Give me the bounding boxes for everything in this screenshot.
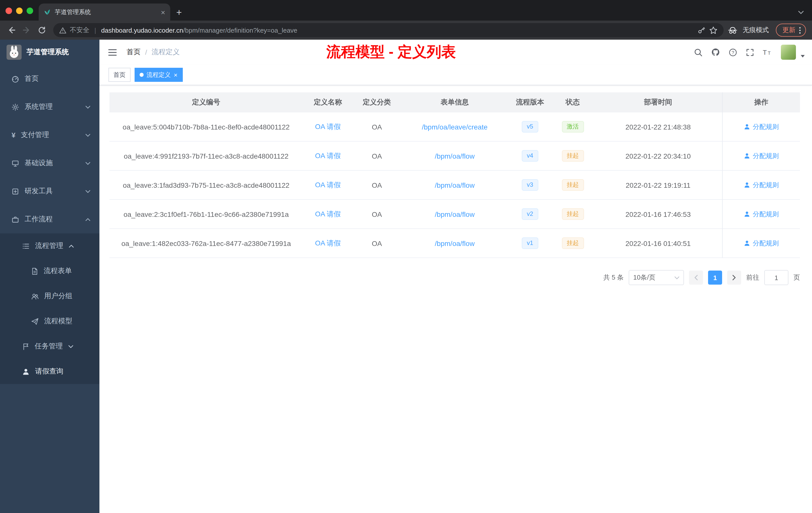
page-number-button[interactable]: 1	[708, 271, 722, 284]
url-text[interactable]: dashboard.yudao.iocoder.cn/bpm/manager/d…	[101, 26, 297, 34]
address-bar[interactable]: 不安全 | dashboard.yudao.iocoder.cn/bpm/man…	[53, 23, 724, 37]
user-icon	[744, 153, 750, 159]
zoom-window-button[interactable]	[27, 7, 33, 14]
flag-icon	[22, 342, 29, 350]
close-window-button[interactable]	[5, 7, 12, 14]
security-warning-icon[interactable]	[59, 27, 66, 33]
definition-name-link[interactable]: OA 请假	[315, 151, 341, 160]
status-badge: 激活	[562, 121, 584, 132]
tag-home[interactable]: 首页	[109, 68, 130, 82]
form-link[interactable]: /bpm/oa/flow	[435, 210, 475, 218]
form-link[interactable]: /bpm/oa/leave/create	[422, 123, 488, 131]
tag-close-icon[interactable]: ×	[174, 71, 177, 78]
sidebar-item-payment[interactable]: ¥ 支付管理	[0, 121, 99, 149]
toolbox-icon	[11, 187, 19, 195]
password-key-icon[interactable]	[697, 26, 705, 34]
prev-page-button[interactable]	[689, 271, 703, 284]
form-link[interactable]: /bpm/oa/flow	[435, 152, 475, 160]
sidebar-item-process-management[interactable]: 流程管理	[0, 233, 99, 259]
update-chrome-button[interactable]: 更新	[776, 24, 806, 37]
cell-definition-id: oa_leave:2:3c1f0ef1-76b1-11ec-9c66-a2380…	[110, 200, 303, 229]
cell-deploy-time: 2022-01-16 01:40:51	[594, 229, 722, 258]
sidebar-item-home[interactable]: 首页	[0, 65, 99, 93]
tab-close-icon[interactable]: ×	[161, 8, 165, 16]
sidebar-item-user-group[interactable]: 用户分组	[0, 283, 99, 309]
sidebar-item-label: 用户分组	[44, 292, 72, 301]
svg-text:T: T	[768, 51, 771, 56]
user-avatar[interactable]	[781, 45, 796, 60]
logo-avatar	[6, 45, 22, 60]
assign-rule-link[interactable]: 分配规则	[744, 239, 779, 248]
definition-name-link[interactable]: OA 请假	[315, 210, 341, 219]
fullscreen-icon[interactable]	[746, 48, 754, 57]
assign-rule-link[interactable]: 分配规则	[744, 151, 779, 160]
sidebar-item-label: 流程表单	[44, 267, 72, 276]
omnibox-separator: |	[93, 26, 98, 34]
page-size-select[interactable]: 10条/页	[629, 270, 684, 285]
forward-icon[interactable]	[19, 23, 34, 38]
screen: 芋道管理系统 × + 不安全 | dashboard.yudao.iocoder…	[0, 0, 812, 513]
assign-rule-link[interactable]: 分配规则	[744, 180, 779, 189]
definition-name-link[interactable]: OA 请假	[315, 239, 341, 248]
sidebar-item-process-form[interactable]: 流程表单	[0, 259, 99, 283]
chevron-down-icon	[85, 133, 90, 137]
assign-rule-link[interactable]: 分配规则	[744, 210, 779, 219]
next-page-button[interactable]	[727, 271, 741, 284]
version-badge: v2	[522, 208, 538, 220]
sidebar-item-leave-query[interactable]: 请假查询	[0, 359, 99, 384]
assign-rule-label: 分配规则	[753, 180, 779, 189]
dashboard-icon	[11, 75, 19, 83]
cell-definition-id: oa_leave:5:004b710b-7b8a-11ec-8ef0-acde4…	[110, 113, 303, 141]
incognito-icon	[728, 26, 738, 34]
chevron-down-icon	[85, 105, 90, 109]
url-domain: dashboard.yudao.iocoder.cn	[101, 26, 183, 34]
url-path: /bpm/manager/definition?key=oa_leave	[183, 26, 297, 34]
security-label[interactable]: 不安全	[70, 26, 89, 35]
minimize-window-button[interactable]	[16, 7, 23, 14]
tag-label: 流程定义	[147, 70, 171, 79]
github-icon[interactable]	[711, 48, 720, 57]
col-definition-name: 定义名称	[303, 98, 353, 107]
assign-rule-link[interactable]: 分配规则	[744, 122, 779, 131]
sidebar-item-infrastructure[interactable]: 基础设施	[0, 149, 99, 177]
document-icon	[31, 267, 38, 275]
back-icon[interactable]	[4, 23, 19, 38]
reload-icon[interactable]	[34, 23, 49, 38]
col-definition-id: 定义编号	[110, 98, 303, 107]
sidebar-item-system[interactable]: 系统管理	[0, 93, 99, 121]
pagination: 共 5 条 10条/页 1 前往	[110, 270, 800, 285]
tag-process-definition[interactable]: 流程定义 ×	[135, 68, 182, 82]
form-link[interactable]: /bpm/oa/flow	[435, 239, 475, 247]
version-badge: v4	[522, 150, 538, 162]
form-link[interactable]: /bpm/oa/flow	[435, 181, 475, 189]
chevron-up-icon	[85, 218, 90, 221]
sidebar-item-devtools[interactable]: 研发工具	[0, 177, 99, 205]
cell-definition-id: oa_leave:4:991f2193-7b7f-11ec-a3c8-acde4…	[110, 142, 303, 170]
table-row: oa_leave:1:482ec033-762a-11ec-8477-a2380…	[110, 229, 800, 258]
cell-deploy-time: 2022-01-22 19:19:11	[594, 171, 722, 199]
sidebar-item-task-management[interactable]: 任务管理	[0, 334, 99, 359]
browser-tab[interactable]: 芋道管理系统 ×	[39, 3, 170, 21]
definition-table: 定义编号 定义名称 定义分类 表单信息 流程版本 状态 部署时间 操作 oa_l…	[110, 92, 800, 258]
sidebar-item-workflow[interactable]: 工作流程	[0, 205, 99, 233]
briefcase-icon	[11, 216, 19, 223]
avatar-caret-icon[interactable]	[801, 55, 805, 58]
font-size-icon[interactable]: TT	[763, 48, 772, 56]
sidebar-item-process-model[interactable]: 流程模型	[0, 309, 99, 334]
help-icon[interactable]: ?	[729, 48, 737, 57]
definition-name-link[interactable]: OA 请假	[315, 180, 341, 189]
sidebar-item-label: 流程模型	[44, 317, 72, 326]
breadcrumb-home[interactable]: 首页	[126, 48, 141, 57]
goto-page-input[interactable]	[764, 270, 788, 285]
definition-name-link[interactable]: OA 请假	[315, 122, 341, 131]
hamburger-icon[interactable]	[108, 49, 117, 56]
monitor-icon	[11, 159, 19, 167]
users-icon	[31, 292, 39, 300]
sidebar-item-label: 基础设施	[25, 159, 53, 168]
bookmark-star-icon[interactable]	[709, 26, 718, 34]
tab-search-chevron-icon[interactable]	[798, 10, 804, 14]
new-tab-button[interactable]: +	[176, 7, 182, 17]
search-icon[interactable]	[694, 48, 702, 57]
browser-menu-dots-icon[interactable]	[799, 26, 801, 34]
chevron-down-icon	[85, 161, 90, 165]
